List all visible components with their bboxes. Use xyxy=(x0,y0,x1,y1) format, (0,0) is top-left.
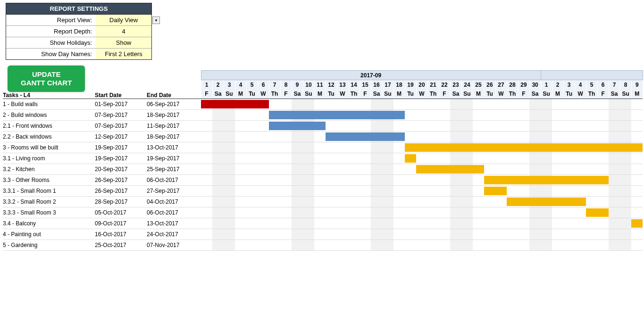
task-name: 3.3 - Other Rooms xyxy=(3,175,95,186)
day-cell xyxy=(597,186,609,197)
task-end: 25-Sep-2017 xyxy=(147,164,201,175)
settings-value[interactable]: Show xyxy=(96,37,151,48)
day-cell xyxy=(360,229,371,240)
settings-value[interactable]: First 2 Letters xyxy=(96,49,151,59)
day-cell xyxy=(337,240,348,251)
day-cell xyxy=(326,207,337,218)
day-cell xyxy=(314,197,326,207)
day-cell xyxy=(461,197,473,207)
day-cell xyxy=(427,153,439,164)
day-cell xyxy=(518,142,529,153)
day-number-header: 16 xyxy=(371,80,382,90)
day-cell xyxy=(439,142,450,153)
day-cell xyxy=(246,142,258,153)
day-cell xyxy=(280,197,292,207)
gantt-bar xyxy=(212,100,224,108)
day-cell xyxy=(269,207,280,218)
gantt-bar xyxy=(484,187,495,195)
task-end: 27-Sep-2017 xyxy=(147,186,201,197)
gantt-bar xyxy=(552,198,563,206)
day-cell xyxy=(631,153,643,164)
day-cell xyxy=(563,229,575,240)
day-cell xyxy=(337,175,348,186)
day-cell xyxy=(292,142,303,153)
settings-value[interactable]: 4 xyxy=(96,26,151,37)
gantt-bar xyxy=(484,176,495,184)
day-cell xyxy=(563,99,575,110)
day-cell xyxy=(314,175,326,186)
day-cell xyxy=(371,132,382,142)
day-cell xyxy=(258,164,269,175)
day-cell xyxy=(348,153,360,164)
day-cell xyxy=(529,164,541,175)
day-cell xyxy=(269,218,280,229)
day-cell xyxy=(326,142,337,153)
day-cell xyxy=(563,132,575,142)
day-cell xyxy=(541,186,552,197)
day-cell xyxy=(393,175,405,186)
day-number-header: 24 xyxy=(461,80,473,90)
day-cell xyxy=(439,186,450,197)
day-name-header: M xyxy=(552,90,563,99)
day-cell xyxy=(461,142,473,153)
day-cell xyxy=(529,175,541,186)
day-cell xyxy=(484,207,495,218)
day-cell xyxy=(484,110,495,121)
day-cell xyxy=(563,218,575,229)
day-cell xyxy=(280,121,292,132)
day-cell xyxy=(348,110,360,121)
day-cell xyxy=(292,229,303,240)
day-number-header: 5 xyxy=(586,80,597,90)
day-cell xyxy=(563,197,575,207)
day-cell xyxy=(348,207,360,218)
day-cell xyxy=(518,132,529,142)
day-cell xyxy=(473,153,484,164)
day-cell xyxy=(620,132,631,142)
gantt-bar xyxy=(563,176,575,184)
day-cell xyxy=(575,197,586,207)
day-cell xyxy=(292,218,303,229)
day-name-header: Tu xyxy=(563,90,575,99)
day-cell xyxy=(552,99,563,110)
day-name-header: Su xyxy=(461,90,473,99)
day-cell xyxy=(507,142,518,153)
day-number-header: 15 xyxy=(360,80,371,90)
day-cell xyxy=(586,197,597,207)
gantt-bar xyxy=(609,143,620,152)
day-cell xyxy=(461,132,473,142)
day-number-header: 5 xyxy=(246,80,258,90)
day-cell xyxy=(597,99,609,110)
gantt-bar xyxy=(371,132,382,141)
day-cell xyxy=(495,218,507,229)
day-cell xyxy=(246,207,258,218)
day-cell xyxy=(246,99,258,110)
settings-value[interactable]: Daily View▼ xyxy=(96,15,151,25)
day-cell xyxy=(269,142,280,153)
day-cell xyxy=(552,132,563,142)
day-cell xyxy=(235,99,246,110)
day-cell xyxy=(212,175,224,186)
day-cell xyxy=(541,164,552,175)
day-cell xyxy=(461,175,473,186)
day-cell xyxy=(518,164,529,175)
chevron-down-icon[interactable]: ▼ xyxy=(152,16,160,24)
task-row: 5 - Gardening25-Oct-201707-Nov-2017 xyxy=(3,240,643,251)
day-cell xyxy=(620,218,631,229)
update-gantt-button[interactable]: UPDATE GANTT CHART xyxy=(8,66,85,92)
day-cell xyxy=(541,110,552,121)
day-number-header: 11 xyxy=(314,80,326,90)
day-cell xyxy=(495,240,507,251)
day-cell xyxy=(269,99,280,110)
gantt-bar xyxy=(631,219,643,228)
task-start: 26-Sep-2017 xyxy=(95,175,147,186)
day-cell xyxy=(292,99,303,110)
day-cell xyxy=(224,207,235,218)
day-cell xyxy=(212,153,224,164)
gantt-bar xyxy=(269,122,280,130)
gantt-bar xyxy=(507,198,518,206)
day-cell xyxy=(348,186,360,197)
day-cell xyxy=(427,99,439,110)
task-name: 3 - Rooms will be built xyxy=(3,142,95,153)
day-cell xyxy=(258,110,269,121)
day-cell xyxy=(235,153,246,164)
